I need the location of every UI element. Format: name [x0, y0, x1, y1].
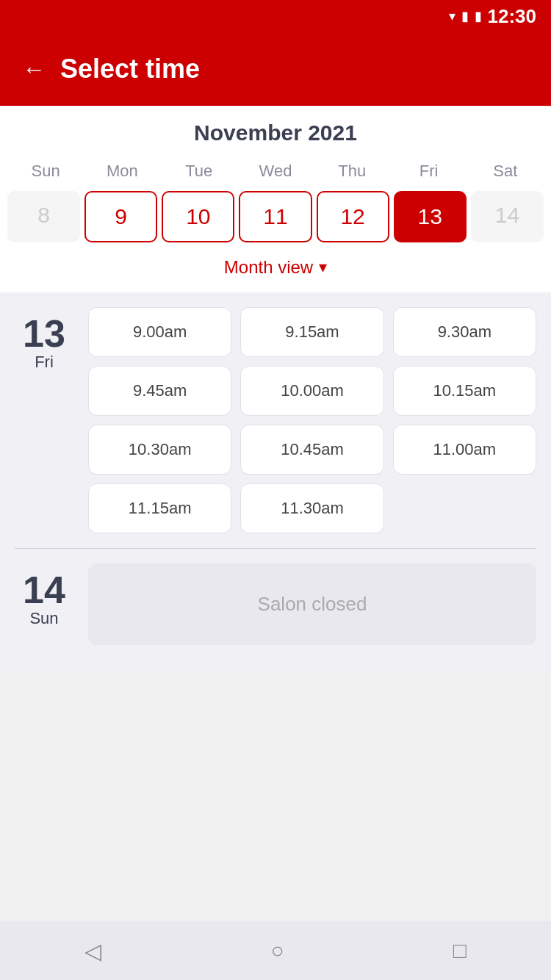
day-number-13: 13: [23, 314, 65, 353]
time-slot-1045am[interactable]: 10.45am: [240, 425, 383, 475]
weekday-sat: Sat: [467, 157, 544, 185]
day-9[interactable]: 9: [84, 191, 157, 242]
day-label-13: 13 Fri: [15, 307, 73, 533]
time-slot-915am[interactable]: 9.15am: [240, 307, 383, 357]
time-slot-1015am[interactable]: 10.15am: [393, 366, 536, 416]
month-view-toggle[interactable]: Month view ▾: [0, 248, 551, 292]
day-8: 8: [7, 191, 80, 242]
wifi-icon: ▾: [449, 8, 455, 24]
time-slot-1030am[interactable]: 10.30am: [88, 425, 231, 475]
day-name-13: Fri: [35, 353, 54, 372]
day-section-13: 13 Fri 9.00am 9.15am 9.30am 9.45am 10.00…: [15, 307, 536, 533]
day-name-14: Sun: [29, 609, 58, 628]
day-section-14: 14 Sun Salon closed: [15, 563, 536, 645]
header: ← Select time: [0, 32, 551, 106]
weekday-sun: Sun: [7, 157, 84, 185]
weekday-row: Sun Mon Tue Wed Thu Fri Sat: [0, 157, 551, 185]
bottom-nav: [0, 921, 551, 980]
time-slot-1115am[interactable]: 11.15am: [88, 483, 231, 533]
day-label-14: 14 Sun: [15, 563, 73, 645]
chevron-down-icon: ▾: [319, 258, 327, 277]
day-13[interactable]: 13: [394, 191, 467, 242]
day-11[interactable]: 11: [239, 191, 311, 242]
nav-home-icon[interactable]: [270, 938, 284, 963]
days-row: 8 9 10 11 12 13 14: [0, 185, 551, 248]
time-slot-900am[interactable]: 9.00am: [88, 307, 231, 357]
weekday-fri: Fri: [390, 157, 467, 185]
salon-closed-label: Salon closed: [88, 563, 536, 645]
month-view-label: Month view: [224, 257, 313, 278]
day-10[interactable]: 10: [162, 191, 234, 242]
section-divider: [15, 548, 536, 549]
back-button[interactable]: ←: [22, 56, 46, 83]
signal-icon: ▮: [461, 8, 469, 24]
page-title: Select time: [60, 54, 200, 84]
day-14: 14: [471, 191, 544, 242]
time-slot-1100am[interactable]: 11.00am: [393, 425, 536, 475]
status-bar: ▾ ▮ ▮ 12:30: [0, 0, 551, 32]
time-slot-945am[interactable]: 9.45am: [88, 366, 231, 416]
weekday-mon: Mon: [84, 157, 160, 185]
battery-icon: ▮: [475, 8, 482, 24]
day-12[interactable]: 12: [317, 191, 389, 242]
nav-back-icon[interactable]: [84, 938, 101, 964]
day-number-14: 14: [23, 571, 65, 609]
weekday-thu: Thu: [314, 157, 390, 185]
calendar-section: November 2021 Sun Mon Tue Wed Thu Fri Sa…: [0, 106, 551, 292]
nav-recent-icon[interactable]: [453, 938, 467, 963]
slots-grid-13: 9.00am 9.15am 9.30am 9.45am 10.00am 10.1…: [88, 307, 536, 533]
weekday-tue: Tue: [161, 157, 237, 185]
status-time: 12:30: [488, 5, 537, 28]
time-slot-1000am[interactable]: 10.00am: [240, 366, 383, 416]
weekday-wed: Wed: [237, 157, 314, 185]
month-year-label: November 2021: [0, 120, 551, 145]
time-slots-area: 13 Fri 9.00am 9.15am 9.30am 9.45am 10.00…: [0, 292, 551, 674]
time-slot-930am[interactable]: 9.30am: [393, 307, 536, 357]
time-slot-1130am[interactable]: 11.30am: [240, 483, 383, 533]
